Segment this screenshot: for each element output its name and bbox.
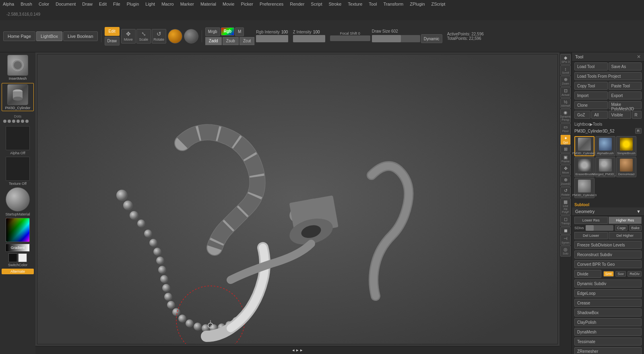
move-view-button[interactable]: ✥ Move bbox=[560, 165, 571, 176]
claypolish-button[interactable]: ClayPolish bbox=[574, 318, 642, 326]
solo-button[interactable]: ◎ Solo bbox=[560, 246, 571, 257]
rediv-button[interactable]: ReDiv bbox=[627, 271, 642, 277]
divide-button[interactable]: Divide bbox=[574, 270, 601, 278]
dynamesh-button[interactable]: DynaMesh bbox=[574, 328, 642, 336]
pm3d-cylinder-item[interactable]: PM3D_Cylinder bbox=[2, 83, 34, 111]
menu-item-texture[interactable]: Texture bbox=[347, 2, 363, 6]
tool-eraserbrush[interactable]: EraserBrush bbox=[574, 157, 594, 177]
zremesher-button[interactable]: ZRemesher bbox=[574, 347, 642, 354]
sdivs-slider[interactable] bbox=[586, 225, 613, 231]
goz-button[interactable]: GoZ bbox=[574, 111, 590, 119]
edge-loop-button[interactable]: EdgeLoop bbox=[574, 289, 642, 297]
tool-demohead[interactable]: DemoHead bbox=[616, 157, 636, 177]
suv-button[interactable]: Suv bbox=[615, 271, 626, 277]
tool-alphabrush[interactable]: AlphaBrush bbox=[595, 136, 615, 156]
crease-button[interactable]: Crease bbox=[574, 299, 642, 307]
spix-button[interactable]: ◆ SPix 3 bbox=[560, 54, 571, 65]
shadowbox-button[interactable]: ShadowBox bbox=[574, 308, 642, 317]
draw-button[interactable]: Draw bbox=[105, 37, 120, 46]
scale-button[interactable]: ⤡ Scale bbox=[136, 29, 151, 43]
load-tool-button[interactable]: Load Tool bbox=[574, 62, 608, 70]
black-swatch[interactable] bbox=[8, 253, 17, 262]
r-button[interactable]: R bbox=[632, 111, 642, 119]
zadd-button[interactable]: Zadd bbox=[205, 37, 222, 45]
menu-item-marker[interactable]: Marker bbox=[179, 2, 195, 6]
copy-tool-button[interactable]: Copy Tool bbox=[574, 82, 608, 90]
menu-item-material[interactable]: Material bbox=[199, 2, 217, 6]
home-page-button[interactable]: Home Page bbox=[3, 31, 35, 41]
freeze-subdivisions-button[interactable]: Freeze SubDivision Levels bbox=[574, 241, 642, 249]
body-preview[interactable] bbox=[184, 29, 198, 43]
menu-item-preferences[interactable]: Preferences bbox=[258, 2, 285, 6]
geometry-header[interactable]: Geometry ▼ bbox=[572, 207, 644, 216]
arrow-left-icon[interactable]: ◂ bbox=[292, 348, 295, 353]
clone-button[interactable]: Clone bbox=[574, 101, 608, 109]
transp-button[interactable]: ◻ Transp bbox=[560, 215, 571, 226]
rgb-button[interactable]: Rgb bbox=[221, 27, 234, 35]
focal-shift-slider[interactable] bbox=[330, 35, 370, 41]
load-tools-from-project-button[interactable]: Load Tools From Project bbox=[574, 72, 642, 80]
menu-item-light[interactable]: Light bbox=[144, 2, 156, 6]
qyz-button[interactable]: ✦ Qyz bbox=[560, 135, 571, 145]
floor-button[interactable]: ▭ Floor bbox=[560, 123, 571, 134]
menu-item-zplugin[interactable]: ZPlugin bbox=[409, 2, 426, 6]
menu-item-draw[interactable]: Draw bbox=[81, 2, 94, 6]
bake-button[interactable]: Bake bbox=[629, 225, 642, 231]
higher-res-button[interactable]: Higher Res bbox=[609, 217, 642, 224]
menu-item-color[interactable]: Color bbox=[37, 2, 50, 6]
menu-item-render[interactable]: Render bbox=[289, 2, 305, 6]
dynamic-subdiv-button[interactable]: Dynamic Subdiv bbox=[574, 279, 642, 288]
tessimate-button[interactable]: Tessimate bbox=[574, 337, 642, 346]
zcut-button[interactable]: Zcut bbox=[239, 37, 254, 45]
tool-merged[interactable]: Merged_PM3D_C bbox=[595, 157, 615, 177]
z-intensity-slider[interactable] bbox=[293, 35, 325, 42]
menu-item-alpha[interactable]: Alpha bbox=[2, 2, 15, 6]
zoom-button[interactable]: ⊕ Zoom bbox=[560, 76, 571, 87]
make-polymesh-button[interactable]: Make PolyMesh3D bbox=[609, 101, 642, 109]
material-preview[interactable] bbox=[168, 29, 182, 43]
reconstruct-subdiv-button[interactable]: Reconstruct Subdiv bbox=[574, 250, 642, 259]
menu-item-document[interactable]: Document bbox=[54, 2, 77, 6]
cage-button[interactable]: Cage bbox=[615, 225, 628, 231]
tool-simplebrush[interactable]: SimpleBrush bbox=[616, 136, 636, 156]
symmetry-button[interactable]: ⊣ Symm bbox=[560, 235, 571, 246]
tool-pm3dcylinder3[interactable]: PM3D_Cylinder3 bbox=[574, 136, 594, 156]
tool-pm3d2[interactable]: PM3D_Cylinder3 bbox=[574, 178, 594, 198]
menu-item-picker[interactable]: Picker bbox=[239, 2, 254, 6]
zsub-button[interactable]: Zsub bbox=[223, 37, 239, 45]
linefill-button[interactable]: ▦ Line Fill PolyF bbox=[560, 198, 571, 215]
lightbox-button[interactable]: LightBox bbox=[36, 31, 62, 41]
paste-tool-button[interactable]: Paste Tool bbox=[609, 82, 642, 90]
menu-item-plugin[interactable]: Plugin bbox=[126, 2, 140, 6]
aahalf-button[interactable]: ½ AAHalf bbox=[560, 98, 571, 109]
menu-item-movie[interactable]: Movie bbox=[221, 2, 235, 6]
menu-item-edit[interactable]: Edit bbox=[98, 2, 108, 6]
canvas-frame[interactable] bbox=[37, 54, 558, 344]
menu-item-macro[interactable]: Macro bbox=[160, 2, 175, 6]
rotate-button[interactable]: ↺ Rotate bbox=[152, 29, 166, 43]
tool-panel-close[interactable]: ✕ bbox=[637, 54, 641, 60]
white-swatch[interactable] bbox=[18, 253, 27, 262]
edit-button[interactable]: Edit bbox=[105, 27, 120, 36]
live-boolean-button[interactable]: Live Boolean bbox=[63, 31, 98, 41]
color-picker-area[interactable] bbox=[6, 218, 30, 242]
lower-res-button[interactable]: Lower Res bbox=[574, 217, 608, 224]
rotate-view-button[interactable]: ↺ Rotate bbox=[560, 187, 571, 198]
del-lower-button[interactable]: Del Lower bbox=[574, 232, 608, 239]
scroll-button[interactable]: ↕ Scroll bbox=[560, 65, 571, 76]
frame-button[interactable]: ▣ Frame bbox=[560, 153, 571, 164]
arrow-right-icon[interactable]: ▸ bbox=[300, 348, 303, 353]
color-picker[interactable] bbox=[2, 218, 34, 242]
pm3d-r-button[interactable]: R bbox=[635, 128, 642, 134]
insert-mesh-item[interactable]: InsertMesh bbox=[2, 54, 34, 81]
import-button[interactable]: Import bbox=[574, 91, 608, 99]
move-button[interactable]: ✥ Move bbox=[121, 29, 136, 43]
all-button[interactable]: All bbox=[591, 111, 607, 119]
convert-bpr-button[interactable]: Convert BPR To Geo bbox=[574, 260, 642, 268]
actual-button[interactable]: ⊡ Actual bbox=[560, 87, 571, 98]
menu-item-zscript[interactable]: ZScript bbox=[430, 2, 447, 6]
menu-item-script[interactable]: Script bbox=[310, 2, 323, 6]
del-higher-button[interactable]: Del Higher bbox=[609, 232, 642, 239]
texture-preview[interactable]: Texture Off bbox=[2, 157, 34, 186]
export-button[interactable]: Export bbox=[609, 91, 642, 99]
